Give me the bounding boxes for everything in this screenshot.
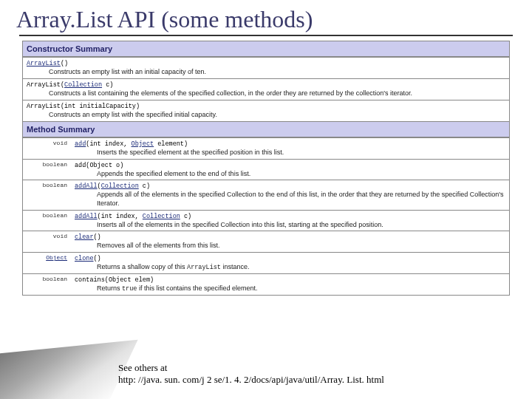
return-type: boolean <box>23 159 71 180</box>
method-sig-end: element) <box>154 140 188 148</box>
method-sig: (int index, <box>86 140 131 148</box>
method-desc: Returns true if this list contains the s… <box>75 284 505 293</box>
method-link[interactable]: addAll <box>75 213 98 220</box>
type-link[interactable]: Collection <box>64 81 102 89</box>
method-desc: Returns a shallow copy of this ArrayList… <box>75 263 505 272</box>
ctor-desc: Constructs an empty list with the specif… <box>27 111 505 120</box>
method-sig: contains(Object elem) <box>75 276 154 284</box>
method-desc: Removes all of the elements from this li… <box>75 242 505 250</box>
ctor-name: ArrayList <box>27 103 61 110</box>
return-type: void <box>23 137 71 159</box>
method-sig-end: c) <box>139 183 150 190</box>
api-table: Constructor Summary ArrayList() Construc… <box>22 41 510 296</box>
return-type: Object <box>23 253 71 274</box>
return-type: boolean <box>23 210 71 231</box>
return-type: boolean <box>23 180 71 210</box>
method-sig: add(Object o) <box>75 162 123 169</box>
ctor-desc: Constructs an empty list with an initial… <box>27 68 505 77</box>
footer-text: See others at http: //java. sun. com/j 2… <box>118 362 384 386</box>
type-link[interactable]: Collection <box>101 183 139 190</box>
ctor-args: () <box>61 60 68 67</box>
method-link[interactable]: clone <box>75 255 94 262</box>
method-desc: Inserts all of the elements in the speci… <box>75 221 505 230</box>
type-link[interactable]: Object <box>132 140 154 148</box>
method-link[interactable]: add <box>75 140 86 148</box>
ctor-args: (int initialCapacity) <box>61 103 140 110</box>
method-sig-end: c) <box>180 213 191 220</box>
method-desc: Appends the specified element to the end… <box>75 170 505 179</box>
method-summary-header: Method Summary <box>23 121 509 137</box>
decorative-wedge <box>0 340 138 399</box>
return-type-link[interactable]: Object <box>46 254 67 261</box>
method-link[interactable]: addAll <box>75 183 98 190</box>
ctor-name: ArrayList <box>27 81 61 89</box>
constructor-table: ArrayList() Constructs an empty list wit… <box>23 57 509 120</box>
method-desc: Inserts the specified element at the spe… <box>75 149 505 157</box>
footer-url: http: //java. sun. com/j 2 se/1. 4. 2/do… <box>118 374 384 385</box>
return-type: void <box>23 231 71 253</box>
method-sig: (int index, <box>98 213 143 220</box>
method-table: void add(int index, Object element) Inse… <box>23 137 509 296</box>
method-sig: () <box>94 233 101 241</box>
footer-line1: See others at <box>118 362 167 373</box>
return-type: boolean <box>23 274 71 296</box>
method-desc: Appends all of the elements in the speci… <box>75 191 505 208</box>
method-link[interactable]: clear <box>75 233 94 241</box>
method-sig: () <box>94 255 101 262</box>
title-underline <box>19 35 513 36</box>
constructor-summary-header: Constructor Summary <box>23 41 509 57</box>
type-link[interactable]: Collection <box>143 213 180 220</box>
slide-title: Array.List API (some methods) <box>0 0 532 35</box>
ctor-var: c) <box>102 81 113 89</box>
ctor-link[interactable]: ArrayList <box>27 60 61 67</box>
ctor-desc: Constructs a list containing the element… <box>27 89 505 98</box>
